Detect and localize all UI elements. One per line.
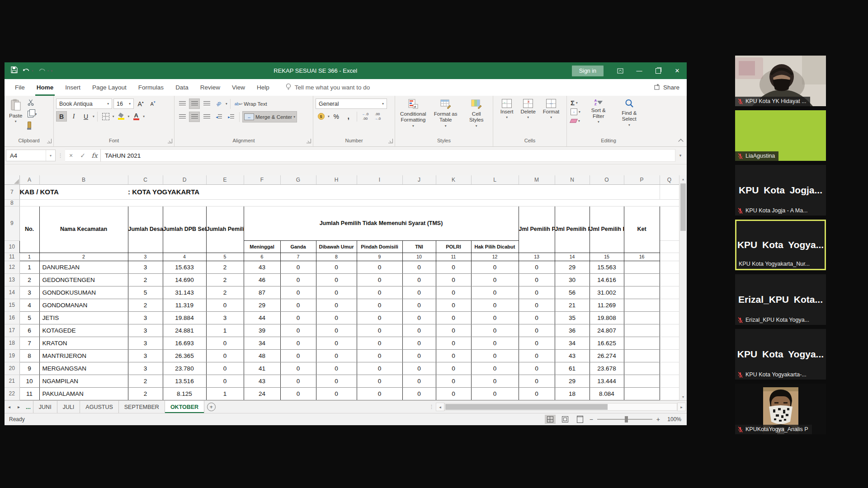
new-sheet-button[interactable]: + bbox=[204, 401, 218, 413]
cell[interactable]: 0 bbox=[402, 261, 436, 273]
normal-view-button[interactable] bbox=[545, 415, 556, 424]
shrink-font-button[interactable]: A▾ bbox=[147, 99, 158, 109]
partial-row[interactable] bbox=[19, 400, 660, 400]
accounting-dropdown[interactable]: ▾ bbox=[328, 114, 330, 118]
cell[interactable]: 0 bbox=[280, 349, 316, 362]
fill-color-dropdown[interactable]: ▾ bbox=[128, 114, 130, 118]
header-tms-sub[interactable]: Dibawah Umur bbox=[316, 240, 357, 253]
cell[interactable]: 0 bbox=[471, 337, 519, 349]
cell[interactable]: 0 bbox=[280, 324, 316, 337]
font-dialog-launcher[interactable] bbox=[168, 139, 172, 143]
find-select-button[interactable]: Find & Select ▾ bbox=[615, 98, 643, 127]
cell[interactable]: 3 bbox=[19, 286, 39, 299]
vertical-scrollbar[interactable]: ▴ ▾ bbox=[679, 175, 687, 400]
cell[interactable]: 0 bbox=[436, 286, 471, 299]
cell[interactable]: 3 bbox=[128, 337, 163, 349]
row-header[interactable]: 9 bbox=[5, 206, 19, 240]
fill-button[interactable]: ↓▾ bbox=[569, 108, 582, 116]
wrap-text-button[interactable]: ab↩ Wrap Text bbox=[233, 99, 269, 108]
cell[interactable]: 14.616 bbox=[590, 273, 624, 286]
zoom-in-button[interactable]: + bbox=[656, 416, 660, 423]
row-header[interactable]: 13 bbox=[5, 273, 19, 286]
empty-cell[interactable] bbox=[660, 337, 679, 349]
row-header[interactable]: 18 bbox=[5, 337, 19, 349]
cell[interactable]: 0 bbox=[316, 349, 357, 362]
cell[interactable]: 56 bbox=[555, 286, 590, 299]
empty-cell[interactable] bbox=[660, 375, 679, 387]
column-header-l[interactable]: L bbox=[471, 175, 519, 184]
scroll-down-arrow[interactable]: ▾ bbox=[679, 393, 687, 400]
cell[interactable]: 0 bbox=[436, 387, 471, 400]
cell[interactable]: GONDOMANAN bbox=[39, 299, 128, 311]
cell[interactable]: 0 bbox=[316, 337, 357, 349]
cell[interactable]: 0 bbox=[436, 349, 471, 362]
menu-tab-insert[interactable]: Insert bbox=[59, 79, 86, 96]
column-header-q[interactable]: Q bbox=[660, 175, 679, 184]
percent-style-button[interactable]: % bbox=[331, 111, 342, 122]
sheet-tab-juni[interactable]: JUNI bbox=[33, 401, 57, 413]
cell[interactable]: 21 bbox=[555, 299, 590, 311]
align-top-button[interactable] bbox=[177, 99, 188, 109]
empty-cell[interactable] bbox=[660, 387, 679, 400]
cell[interactable]: 3 bbox=[128, 311, 163, 324]
cell[interactable]: 31.143 bbox=[163, 286, 206, 299]
menu-tab-file[interactable]: File bbox=[9, 79, 31, 96]
menu-tab-review[interactable]: Review bbox=[194, 79, 226, 96]
delete-cells-button[interactable]: × Delete ▾ bbox=[519, 98, 538, 120]
row-header[interactable]: 22 bbox=[5, 387, 19, 400]
cell[interactable] bbox=[624, 286, 660, 299]
cell[interactable]: 11.269 bbox=[590, 299, 624, 311]
cell[interactable]: KOTAGEDE bbox=[39, 324, 128, 337]
cell[interactable]: 3 bbox=[128, 362, 163, 375]
header-berjalan[interactable]: Jml Pemilih Bulan Berjalan bbox=[590, 206, 624, 253]
empty-cell[interactable] bbox=[660, 206, 679, 240]
sheet-tab-juli[interactable]: JULI bbox=[57, 401, 80, 413]
cell[interactable]: MERGANGSAN bbox=[39, 362, 128, 375]
header-baru[interactable]: Jumlah Pemilih Baru bbox=[206, 206, 244, 253]
cell[interactable]: 8 bbox=[19, 349, 39, 362]
cell[interactable] bbox=[624, 362, 660, 375]
cell[interactable]: 0 bbox=[402, 299, 436, 311]
cell[interactable]: 0 bbox=[519, 337, 555, 349]
cell[interactable]: 0 bbox=[206, 299, 244, 311]
align-middle-button[interactable] bbox=[189, 99, 200, 109]
zoom-slider-thumb[interactable] bbox=[625, 416, 628, 422]
cell[interactable]: 1 bbox=[19, 261, 39, 273]
cell-c7[interactable]: : KOTA YOGYAKARTA bbox=[128, 184, 244, 199]
bold-button[interactable]: B bbox=[56, 111, 67, 122]
cell[interactable]: 16.625 bbox=[590, 337, 624, 349]
cell[interactable]: 11.319 bbox=[163, 299, 206, 311]
cell[interactable]: 3 bbox=[128, 349, 163, 362]
cell[interactable]: 0 bbox=[280, 299, 316, 311]
cell[interactable]: 0 bbox=[402, 349, 436, 362]
cell[interactable]: 0 bbox=[402, 286, 436, 299]
cell[interactable] bbox=[624, 299, 660, 311]
cell[interactable]: 0 bbox=[357, 337, 402, 349]
cell[interactable]: 0 bbox=[471, 349, 519, 362]
cell[interactable]: 0 bbox=[357, 311, 402, 324]
column-header-j[interactable]: J bbox=[402, 175, 436, 184]
cell[interactable]: 26.365 bbox=[163, 349, 206, 362]
empty-cells[interactable] bbox=[19, 199, 679, 206]
cell[interactable]: 0 bbox=[471, 324, 519, 337]
underline-dropdown[interactable]: ▾ bbox=[93, 114, 94, 118]
row-header[interactable]: 8 bbox=[5, 199, 19, 206]
row-header[interactable]: 20 bbox=[5, 362, 19, 375]
cell[interactable]: 0 bbox=[316, 261, 357, 273]
cell[interactable]: 3 bbox=[128, 261, 163, 273]
cell[interactable]: 1 bbox=[206, 387, 244, 400]
cell[interactable]: 0 bbox=[436, 299, 471, 311]
cell[interactable]: 0 bbox=[280, 375, 316, 387]
cell[interactable]: 0 bbox=[519, 324, 555, 337]
insert-cells-button[interactable]: ← Insert ▾ bbox=[498, 98, 516, 120]
page-break-view-button[interactable] bbox=[575, 415, 585, 424]
row-header[interactable]: 11 bbox=[5, 253, 19, 261]
header-tms[interactable]: Jumlah Pemilih Tidak Memenuhi Syarat (TM… bbox=[244, 206, 519, 240]
cell[interactable]: JETIS bbox=[39, 311, 128, 324]
cell[interactable]: 0 bbox=[519, 362, 555, 375]
format-painter-button[interactable] bbox=[26, 120, 38, 130]
row-header[interactable]: 17 bbox=[5, 324, 19, 337]
cell[interactable]: 34 bbox=[555, 337, 590, 349]
cell[interactable] bbox=[624, 375, 660, 387]
font-color-button[interactable]: A bbox=[131, 111, 142, 122]
